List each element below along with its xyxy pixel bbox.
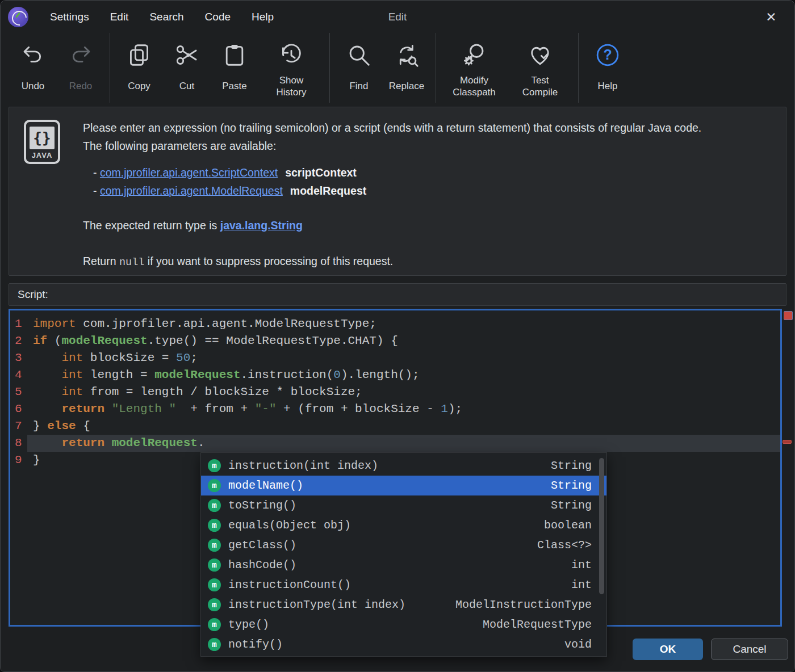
error-stripe-top-mark[interactable] bbox=[784, 311, 793, 320]
cancel-button[interactable]: Cancel bbox=[711, 639, 788, 660]
info-panel: {} JAVA Please enter an expression (no t… bbox=[9, 107, 786, 276]
method-return-type: ModelInstructionType bbox=[455, 598, 592, 611]
line-number: 5 bbox=[12, 384, 27, 401]
popup-scrollbar[interactable] bbox=[599, 458, 604, 594]
menu-help[interactable]: Help bbox=[252, 11, 274, 23]
code-line: 6 return "Length " + from + "-" + (from … bbox=[12, 401, 780, 418]
completion-item[interactable]: mtoString()String bbox=[201, 495, 606, 515]
completion-item[interactable]: mnotify()void bbox=[201, 635, 606, 654]
method-return-type: int bbox=[571, 578, 592, 591]
completion-item-selected[interactable]: mmodelName()String bbox=[201, 476, 606, 495]
method-signature: notify() bbox=[228, 638, 283, 651]
code-line: 8 return modelRequest. bbox=[12, 435, 780, 452]
method-return-type: void bbox=[564, 638, 592, 651]
toolbar-button-label: Cut bbox=[179, 73, 194, 100]
info-paragraph-1: Please enter an expression (no trailing … bbox=[83, 119, 769, 137]
line-number: 3 bbox=[12, 350, 27, 367]
line-number: 4 bbox=[12, 367, 27, 384]
edit-dialog: SettingsEditSearchCodeHelp Edit ✕ UndoRe… bbox=[0, 0, 795, 672]
method-icon: m bbox=[208, 499, 221, 512]
classpath-icon bbox=[461, 37, 487, 73]
menu-edit[interactable]: Edit bbox=[110, 11, 129, 23]
method-signature: instruction(int index) bbox=[228, 459, 378, 472]
history-icon bbox=[278, 37, 304, 73]
method-return-type: int bbox=[571, 558, 592, 572]
replace-icon bbox=[394, 37, 420, 73]
paste-icon bbox=[221, 37, 248, 73]
return-type-link[interactable]: java.lang.String bbox=[220, 219, 303, 232]
parameter-name: modelRequest bbox=[290, 184, 366, 197]
completion-popup: minstruction(int index)StringmmodelName(… bbox=[200, 452, 607, 657]
code-line: 1import com.jprofiler.api.agent.ModelReq… bbox=[12, 316, 780, 333]
method-signature: instructionCount() bbox=[228, 578, 351, 591]
parameter-class-link[interactable]: com.jprofiler.api.agent.ScriptContext bbox=[100, 166, 278, 179]
method-return-type: String bbox=[551, 459, 592, 472]
method-icon: m bbox=[208, 578, 221, 591]
method-signature: toString() bbox=[228, 499, 296, 512]
line-number: 9 bbox=[12, 452, 27, 469]
java-label: JAVA bbox=[32, 151, 53, 159]
parameter-item: - com.jprofiler.api.agent.ModelRequestmo… bbox=[93, 182, 769, 200]
completion-item[interactable]: mhashCode()int bbox=[201, 555, 606, 575]
completion-item[interactable]: minstructionType(int index)ModelInstruct… bbox=[201, 595, 606, 615]
redo-button[interactable]: Redo bbox=[57, 33, 104, 103]
find-button[interactable]: Find bbox=[335, 33, 383, 103]
toolbar: UndoRedoCopyCutPasteShow HistoryFindRepl… bbox=[1, 33, 794, 103]
method-signature: modelName() bbox=[228, 479, 303, 492]
menu-code[interactable]: Code bbox=[205, 11, 231, 23]
parameter-class-link[interactable]: com.jprofiler.api.agent.ModelRequest bbox=[100, 184, 283, 197]
info-paragraph-2: The following parameters are available: bbox=[83, 137, 769, 155]
completion-item[interactable]: mequals(Object obj)boolean bbox=[201, 515, 606, 535]
script-label: Script: bbox=[18, 288, 48, 301]
titlebar: SettingsEditSearchCodeHelp Edit ✕ bbox=[1, 1, 794, 33]
method-icon: m bbox=[208, 618, 221, 631]
menubar: SettingsEditSearchCodeHelp bbox=[50, 11, 274, 23]
code-line: 5 int from = length / blockSize * blockS… bbox=[12, 384, 780, 401]
completion-item[interactable]: mgetClass()Class<?> bbox=[201, 535, 606, 555]
close-icon[interactable]: ✕ bbox=[761, 7, 781, 27]
toolbar-button-label: Show History bbox=[264, 73, 319, 100]
method-signature: instructionType(int index) bbox=[228, 598, 405, 611]
menu-search[interactable]: Search bbox=[149, 11, 183, 23]
heart-check-icon bbox=[527, 37, 553, 73]
line-number: 8 bbox=[12, 435, 27, 452]
parameter-list: - com.jprofiler.api.agent.ScriptContexts… bbox=[83, 163, 769, 200]
method-icon: m bbox=[208, 558, 221, 572]
method-return-type: ModelRequestType bbox=[483, 618, 592, 631]
toolbar-button-label: Paste bbox=[222, 73, 246, 100]
method-signature: getClass() bbox=[228, 539, 296, 552]
method-return-type: Class<?> bbox=[537, 539, 592, 552]
toolbar-button-label: Modify Classpath bbox=[447, 73, 501, 100]
modify-classpath-button[interactable]: Modify Classpath bbox=[441, 33, 507, 103]
toolbar-group: CopyCutPasteShow History bbox=[110, 33, 329, 103]
ok-button[interactable]: OK bbox=[633, 639, 703, 660]
code-line: 4 int length = modelRequest.instruction(… bbox=[12, 367, 780, 384]
undo-button[interactable]: Undo bbox=[9, 33, 57, 103]
menu-settings[interactable]: Settings bbox=[50, 11, 89, 23]
line-number: 7 bbox=[12, 418, 27, 435]
copy-button[interactable]: Copy bbox=[115, 33, 163, 103]
cut-button[interactable]: Cut bbox=[163, 33, 211, 103]
completion-item[interactable]: minstructionCount()int bbox=[201, 575, 606, 595]
toolbar-group: UndoRedo bbox=[4, 33, 110, 103]
error-stripe-line-mark[interactable] bbox=[783, 440, 792, 444]
jprofiler-logo-icon bbox=[8, 7, 28, 27]
completion-item[interactable]: minstruction(int index)String bbox=[201, 456, 606, 476]
info-text: Please enter an expression (no trailing … bbox=[83, 119, 769, 275]
toolbar-button-label: Undo bbox=[22, 73, 45, 100]
parameter-item: - com.jprofiler.api.agent.ScriptContexts… bbox=[93, 163, 769, 182]
redo-icon bbox=[68, 37, 94, 73]
completion-item[interactable]: mtype()ModelRequestType bbox=[201, 615, 606, 635]
java-file-icon: {} JAVA bbox=[24, 120, 60, 164]
replace-button[interactable]: Replace bbox=[383, 33, 430, 103]
help-button[interactable]: ?Help bbox=[584, 33, 631, 103]
show-history-button[interactable]: Show History bbox=[258, 33, 324, 103]
method-signature: type() bbox=[228, 618, 269, 631]
toolbar-button-label: Help bbox=[598, 73, 618, 100]
paste-button[interactable]: Paste bbox=[211, 33, 258, 103]
test-compile-button[interactable]: Test Compile bbox=[507, 33, 573, 103]
find-icon bbox=[346, 37, 372, 73]
toolbar-button-label: Find bbox=[349, 73, 368, 100]
error-stripe bbox=[782, 309, 794, 627]
suppress-note: Return null if you want to suppress proc… bbox=[83, 252, 769, 272]
